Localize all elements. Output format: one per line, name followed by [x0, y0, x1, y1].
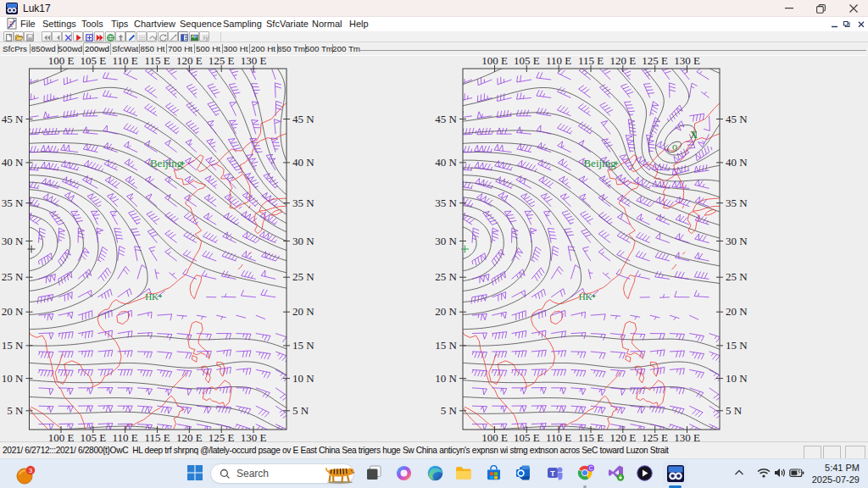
svg-text:110 E: 110 E	[546, 54, 571, 67]
svg-text:110 E: 110 E	[546, 431, 571, 444]
svg-text:40 N: 40 N	[726, 156, 748, 169]
svg-text:Beijing: Beijing	[150, 157, 183, 169]
svg-text:10 N: 10 N	[2, 372, 24, 385]
svg-text:45 N: 45 N	[292, 113, 314, 125]
svg-text:25 N: 25 N	[726, 270, 748, 283]
svg-text:130 E: 130 E	[674, 431, 700, 444]
svg-text:10 N: 10 N	[435, 372, 457, 385]
svg-text:100 E: 100 E	[481, 431, 508, 444]
svg-text:105 E: 105 E	[514, 54, 540, 67]
svg-text:125 E: 125 E	[209, 431, 235, 444]
svg-text:45 N: 45 N	[726, 113, 748, 125]
svg-text:20 N: 20 N	[435, 305, 457, 318]
svg-text:35 N: 35 N	[435, 197, 457, 209]
svg-text:5 N: 5 N	[441, 404, 458, 417]
svg-text:100 E: 100 E	[48, 54, 75, 67]
svg-text:105 E: 105 E	[80, 431, 106, 444]
svg-text:5 N: 5 N	[292, 404, 309, 417]
svg-text:130 E: 130 E	[241, 431, 267, 444]
svg-text:125 E: 125 E	[642, 431, 668, 444]
svg-text:120 E: 120 E	[609, 54, 636, 67]
svg-text:10 N: 10 N	[292, 372, 314, 385]
svg-text:o: o	[672, 141, 677, 152]
svg-text:45 N: 45 N	[2, 113, 24, 125]
svg-text:40 N: 40 N	[2, 156, 24, 169]
svg-text:30 N: 30 N	[292, 235, 314, 247]
svg-text:25 N: 25 N	[2, 270, 24, 283]
svg-text:120 E: 120 E	[609, 431, 636, 444]
svg-text:40 N: 40 N	[292, 156, 314, 169]
svg-text:C: C	[589, 465, 593, 471]
svg-text:HK: HK	[579, 291, 593, 302]
svg-text:30 N: 30 N	[2, 235, 24, 247]
svg-text:35 N: 35 N	[726, 197, 748, 209]
svg-text:100 E: 100 E	[481, 54, 508, 67]
svg-text:110 E: 110 E	[113, 431, 138, 444]
svg-text:T: T	[550, 469, 555, 478]
svg-text:130 E: 130 E	[674, 54, 700, 67]
svg-text:35 N: 35 N	[292, 197, 314, 209]
svg-text:100 E: 100 E	[48, 431, 75, 444]
svg-text:105 E: 105 E	[514, 431, 540, 444]
svg-text:25 N: 25 N	[292, 270, 314, 283]
svg-text:110 E: 110 E	[113, 54, 138, 67]
svg-text:15 N: 15 N	[2, 339, 24, 352]
svg-text:20 N: 20 N	[292, 305, 314, 318]
svg-text:15 N: 15 N	[292, 339, 314, 352]
svg-text:5 N: 5 N	[726, 404, 743, 417]
svg-text:30 N: 30 N	[435, 235, 457, 247]
svg-text:5 N: 5 N	[7, 404, 24, 417]
svg-text:125 E: 125 E	[642, 54, 668, 67]
svg-text:40 N: 40 N	[435, 156, 457, 169]
svg-text:10 N: 10 N	[726, 372, 748, 385]
svg-text:15 N: 15 N	[435, 339, 457, 352]
svg-text:HK: HK	[145, 291, 159, 302]
svg-text:45 N: 45 N	[435, 113, 457, 125]
svg-text:115 E: 115 E	[578, 54, 604, 67]
svg-text:20 N: 20 N	[726, 305, 748, 318]
svg-text:115 E: 115 E	[578, 431, 604, 444]
svg-text:35 N: 35 N	[2, 197, 24, 209]
svg-text:15 N: 15 N	[726, 339, 748, 352]
svg-text:125 E: 125 E	[209, 54, 235, 67]
svg-text:120 E: 120 E	[176, 54, 203, 67]
svg-text:130 E: 130 E	[241, 54, 267, 67]
svg-text:3: 3	[29, 467, 33, 474]
svg-text:X: X	[690, 129, 698, 141]
svg-text:25 N: 25 N	[435, 270, 457, 283]
svg-text:30 N: 30 N	[726, 235, 748, 247]
svg-text:Beijing: Beijing	[583, 157, 616, 169]
svg-text:115 E: 115 E	[144, 431, 170, 444]
svg-text:105 E: 105 E	[80, 54, 106, 67]
svg-text:115 E: 115 E	[144, 54, 170, 67]
svg-text:20 N: 20 N	[2, 305, 24, 318]
svg-text:120 E: 120 E	[176, 431, 203, 444]
